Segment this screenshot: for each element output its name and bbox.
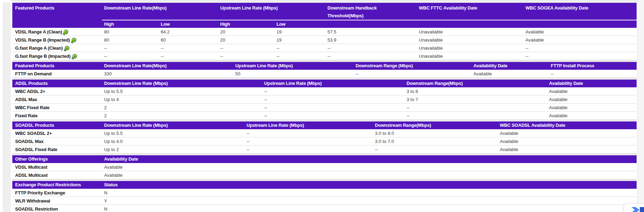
- product-name-label: ADSL Multicast: [15, 173, 47, 178]
- subcolumn-header: High: [102, 20, 159, 28]
- column-header: WBC SOADSL Availability Date: [498, 121, 637, 129]
- cell-value: Available: [471, 71, 549, 76]
- product-name-label: Fixed Rate: [15, 113, 38, 118]
- column-header: WBC FTTC Availability Date: [417, 3, 523, 12]
- column-header: Upstream Line Rate (Mbps): [244, 121, 373, 129]
- cell-value: Up to 2: [102, 147, 244, 152]
- product-name: ADSL Max: [12, 97, 102, 102]
- product-name: SOADSL Fixed Rate: [12, 147, 102, 152]
- column-header: Exchange Product Restrictions: [12, 181, 102, 189]
- cell-value: Y: [102, 198, 637, 204]
- right-gutter: [637, 0, 644, 212]
- table-row: VDSL MulticastAvailable: [12, 163, 637, 171]
- cell-value: Available: [523, 37, 637, 43]
- subcolumn-header: High: [218, 20, 274, 28]
- cell-value: --: [159, 54, 218, 59]
- cell-value: Unavailable: [417, 37, 523, 43]
- cell-value: 2: [102, 113, 262, 118]
- product-name: ADSL Multicast: [12, 173, 102, 178]
- column-header: ADSL Products: [12, 80, 102, 87]
- left-gutter: [3, 2, 11, 212]
- table-adsl-products: ADSL ProductsDownstream Line Rate (Mbps)…: [12, 80, 637, 120]
- cell-value: 64.2: [159, 29, 218, 35]
- product-name: WBC Fixed Rate: [12, 105, 102, 110]
- table-other-offerings: Other OfferingsAvailability DateVDSL Mul…: [12, 155, 637, 179]
- info-icon[interactable]: i: [72, 54, 77, 58]
- product-name: VDSL Range A (Clean)i: [12, 29, 102, 35]
- product-name-label: VDSL Range B (Impacted): [15, 37, 70, 43]
- cell-value: Unavailable: [417, 45, 523, 51]
- corner-widget[interactable]: [623, 204, 644, 212]
- table-featured-fttc-header: Featured ProductsDownstream Line Rate(Mb…: [12, 3, 637, 28]
- column-header: Downstream Handback Threshold(Mbps): [325, 3, 417, 20]
- product-name-label: FTTP Priority Exchange: [15, 190, 65, 195]
- product-name: Fixed Rate: [12, 113, 102, 118]
- product-name: VDSL Multicast: [12, 164, 102, 170]
- cell-value: 57.5: [325, 29, 417, 35]
- cell-value: Available: [547, 89, 637, 94]
- product-name: G.fast Range B (Impacted)i: [12, 54, 102, 59]
- subcolumn-header: Low: [159, 20, 218, 28]
- cell-value: --: [102, 45, 159, 51]
- cell-value: N: [102, 206, 637, 212]
- cell-value: --: [218, 45, 274, 51]
- cell-value: --: [274, 45, 325, 51]
- cell-value: --: [218, 54, 274, 59]
- column-header: Upstream Line Rate (Mbps): [262, 80, 404, 87]
- product-name: FTTP Priority Exchange: [12, 190, 102, 195]
- cell-value: --: [274, 54, 325, 59]
- product-name-label: FTTP on Demand: [15, 71, 52, 76]
- product-name-label: WBC Fixed Rate: [15, 105, 50, 110]
- column-header: Downstream Range (Mbps): [353, 62, 471, 70]
- cell-value: 60: [159, 37, 218, 43]
- info-icon[interactable]: i: [72, 38, 76, 42]
- table-row: G.fast Range B (Impacted)i----------Unav…: [12, 52, 637, 60]
- product-name-label: VDSL Range A (Clean): [15, 29, 62, 35]
- info-icon[interactable]: i: [65, 46, 69, 50]
- cell-value: 50: [233, 71, 353, 76]
- column-header: FTTP Install Process: [549, 62, 637, 70]
- header-row: Other OfferingsAvailability Date: [12, 155, 637, 163]
- cell-value: --: [262, 105, 404, 110]
- column-header: Featured Products: [12, 62, 102, 70]
- table-row: WBC ADSL 2+Up to 5.5--3 to 8Available: [12, 87, 637, 95]
- product-name: VDSL Range B (Impacted)i: [12, 37, 102, 43]
- product-name-label: VDSL Multicast: [15, 164, 47, 170]
- column-header: Downstream Line Rate(Mbps): [102, 62, 233, 70]
- cell-value: Available: [498, 131, 637, 136]
- header-row: SOADSL ProductsDownstream Line Rate (Mbp…: [12, 121, 637, 129]
- cell-value: --: [353, 71, 471, 76]
- column-header: Availability Date: [102, 155, 637, 163]
- cell-value: Unavailable: [417, 29, 523, 35]
- cell-value: 3.0 to 7.0: [373, 139, 498, 144]
- product-name: WLR Withdrawal: [12, 198, 102, 204]
- cell-value: Available: [102, 164, 637, 170]
- product-name-label: WBC ADSL 2+: [15, 89, 45, 94]
- cell-value: --: [523, 54, 637, 59]
- product-name-label: SOADSL Restriction: [15, 206, 58, 212]
- table-featured-fttc: Featured ProductsDownstream Line Rate(Mb…: [12, 3, 637, 60]
- product-name-label: WBC SOADSL 2+: [15, 131, 52, 136]
- cell-value: --: [373, 147, 498, 152]
- info-icon[interactable]: i: [64, 30, 68, 34]
- table-row: ADSL MulticastAvailable: [12, 171, 637, 179]
- column-header: Downstream Line Rate (Mbps): [102, 121, 244, 129]
- cell-value: --: [262, 97, 404, 102]
- cell-value: 53.9: [325, 37, 417, 43]
- cell-value: --: [159, 45, 218, 51]
- product-name-label: G.fast Range B (Impacted): [15, 54, 71, 59]
- cell-value: 19: [274, 29, 325, 35]
- subheader-row: HighLowHighLow: [12, 20, 637, 28]
- table-exchange-product-restrictions-header: Exchange Product RestrictionsStatus: [12, 181, 637, 189]
- cell-value: 3 to 7: [404, 97, 547, 102]
- column-header: Downstream Line Rate (Mbps): [102, 80, 262, 87]
- cell-value: 20: [218, 37, 274, 43]
- widget-chevron-icon: [631, 207, 639, 212]
- cell-value: 80: [102, 29, 159, 35]
- cell-value: --: [325, 54, 417, 59]
- cell-value: --: [244, 131, 373, 136]
- subcolumn-header: [417, 20, 523, 28]
- cell-value: --: [404, 105, 547, 110]
- cell-value: Up to 5.5: [102, 89, 262, 94]
- column-header: Other Offerings: [12, 155, 102, 163]
